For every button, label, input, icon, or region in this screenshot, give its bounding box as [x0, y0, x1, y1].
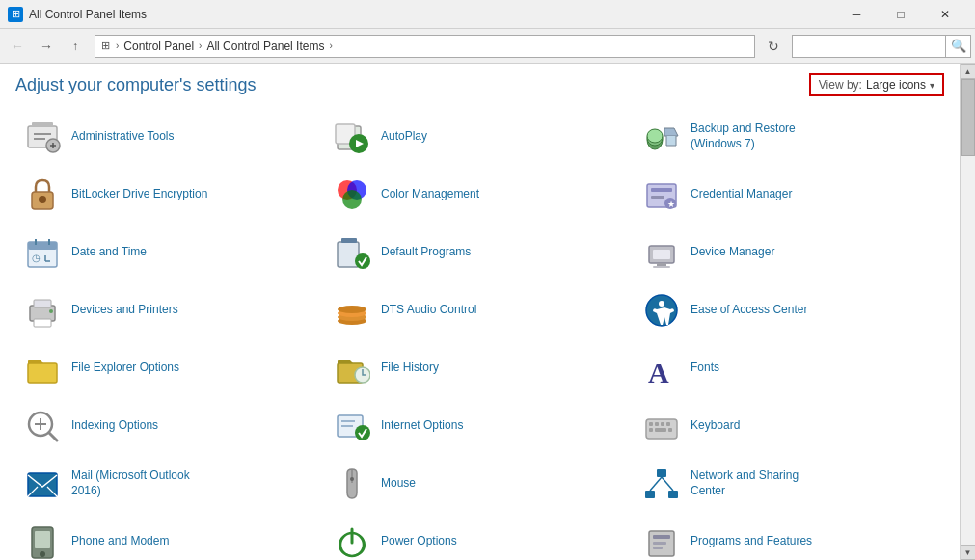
- svg-rect-66: [655, 428, 666, 432]
- item-phone-modem[interactable]: Phone and Modem: [15, 517, 325, 560]
- keyboard-label: Keyboard: [691, 418, 740, 434]
- view-by-control[interactable]: View by: Large icons ▾: [809, 73, 944, 96]
- device-manager-label: Device Manager: [691, 245, 774, 260]
- item-default-programs[interactable]: Default Programs: [325, 227, 635, 278]
- file-explorer-icon: [23, 349, 62, 387]
- svg-point-80: [40, 551, 45, 557]
- svg-rect-75: [668, 491, 678, 498]
- bitlocker-icon: [23, 175, 62, 214]
- svg-rect-40: [34, 319, 51, 327]
- svg-text:◷: ◷: [32, 253, 41, 263]
- dts-audio-label: DTS Audio Control: [381, 303, 476, 318]
- item-fonts[interactable]: A Fonts: [635, 343, 944, 393]
- view-by-arrow: ▾: [930, 80, 934, 91]
- page-title: Adjust your computer's settings: [15, 75, 257, 95]
- file-explorer-label: File Explorer Options: [71, 360, 179, 376]
- svg-rect-39: [34, 300, 51, 307]
- item-file-history[interactable]: File History: [325, 343, 635, 393]
- svg-point-33: [355, 253, 370, 269]
- window-controls: ─ □ ✕: [834, 0, 967, 29]
- svg-rect-25: [28, 242, 57, 250]
- ease-access-icon: [642, 291, 681, 330]
- item-autoplay[interactable]: AutoPlay: [325, 112, 635, 162]
- back-button[interactable]: ←: [4, 33, 31, 60]
- devices-printers-label: Devices and Printers: [71, 303, 178, 318]
- item-network-sharing[interactable]: Network and SharingCenter: [635, 459, 944, 509]
- phone-modem-icon: [23, 522, 62, 560]
- administrative-tools-label: Administrative Tools: [71, 129, 175, 145]
- scroll-down-button[interactable]: ▼: [961, 545, 976, 560]
- item-administrative-tools[interactable]: Administrative Tools: [15, 112, 325, 162]
- mouse-label: Mouse: [381, 476, 416, 492]
- search-button[interactable]: 🔍: [946, 35, 971, 58]
- search-input[interactable]: [792, 35, 946, 58]
- main-panel: Adjust your computer's settings View by:…: [0, 64, 960, 560]
- item-mail[interactable]: Mail (Microsoft Outlook2016): [15, 459, 325, 509]
- date-time-icon: ◷: [23, 233, 62, 272]
- up-button[interactable]: ↑: [62, 33, 89, 60]
- content-area: Adjust your computer's settings View by:…: [0, 64, 975, 560]
- item-dts-audio[interactable]: DTS Audio Control: [325, 285, 635, 335]
- credential-manager-label: Credential Manager: [691, 187, 792, 202]
- item-device-manager[interactable]: Device Manager: [635, 227, 944, 278]
- svg-rect-65: [649, 428, 653, 432]
- svg-point-45: [338, 306, 366, 313]
- item-indexing[interactable]: Indexing Options: [15, 401, 325, 451]
- svg-rect-73: [657, 469, 666, 477]
- item-ease-access[interactable]: Ease of Access Center: [635, 285, 944, 335]
- breadcrumb-control-panel: Control Panel: [123, 40, 194, 53]
- backup-restore-label: Backup and Restore(Windows 7): [691, 121, 796, 151]
- phone-modem-label: Phone and Modem: [71, 534, 169, 549]
- item-date-time[interactable]: ◷ Date and Time: [15, 227, 325, 278]
- svg-rect-20: [651, 188, 672, 192]
- bitlocker-label: BitLocker Drive Encryption: [71, 187, 207, 202]
- close-button[interactable]: ✕: [923, 0, 967, 29]
- item-file-explorer[interactable]: File Explorer Options: [15, 343, 325, 393]
- item-credential-manager[interactable]: ★ Credential Manager: [635, 170, 944, 220]
- svg-point-72: [350, 477, 354, 481]
- item-color-management[interactable]: Color Management: [325, 170, 635, 220]
- default-programs-label: Default Programs: [381, 245, 471, 260]
- ease-access-label: Ease of Access Center: [691, 303, 807, 318]
- view-by-label: View by:: [819, 78, 862, 92]
- forward-button[interactable]: →: [33, 33, 60, 60]
- maximize-button[interactable]: □: [879, 0, 923, 29]
- power-options-icon: [333, 522, 371, 560]
- item-bitlocker[interactable]: BitLocker Drive Encryption: [15, 170, 325, 220]
- svg-point-18: [342, 190, 362, 209]
- svg-rect-32: [341, 238, 357, 243]
- svg-rect-48: [28, 363, 57, 383]
- svg-rect-67: [668, 428, 672, 432]
- fonts-label: Fonts: [691, 360, 719, 376]
- item-keyboard[interactable]: Keyboard: [635, 401, 944, 451]
- internet-options-icon: [333, 407, 371, 445]
- address-bar[interactable]: ⊞ › Control Panel › All Control Panel It…: [95, 35, 755, 58]
- nav-bar: ← → ↑ ⊞ › Control Panel › All Control Pa…: [0, 29, 975, 64]
- scrollbar-thumb[interactable]: [961, 79, 975, 156]
- svg-line-76: [650, 477, 662, 491]
- item-power-options[interactable]: Power Options: [325, 517, 635, 560]
- programs-features-icon: [642, 522, 681, 560]
- item-backup-restore[interactable]: Backup and Restore(Windows 7): [635, 112, 944, 162]
- window-title: All Control Panel Items: [29, 8, 834, 21]
- scrollbar[interactable]: ▲ ▼: [960, 64, 975, 560]
- item-programs-features[interactable]: Programs and Features: [635, 517, 944, 560]
- app-icon: ⊞: [8, 7, 23, 22]
- mail-label: Mail (Microsoft Outlook2016): [71, 468, 190, 498]
- svg-rect-37: [653, 266, 670, 268]
- svg-point-13: [647, 129, 663, 143]
- scroll-up-button[interactable]: ▲: [961, 64, 976, 79]
- item-devices-printers[interactable]: Devices and Printers: [15, 285, 325, 335]
- default-programs-icon: [333, 233, 371, 272]
- item-mouse[interactable]: Mouse: [325, 459, 635, 509]
- svg-rect-1: [32, 122, 53, 126]
- file-history-icon: [333, 349, 371, 387]
- credential-manager-icon: ★: [642, 175, 681, 214]
- refresh-button[interactable]: ↻: [761, 34, 786, 59]
- network-sharing-label: Network and SharingCenter: [691, 468, 799, 498]
- item-internet-options[interactable]: Internet Options: [325, 401, 635, 451]
- autoplay-label: AutoPlay: [381, 129, 427, 145]
- programs-features-label: Programs and Features: [691, 534, 812, 549]
- scrollbar-track-area[interactable]: [961, 79, 975, 545]
- minimize-button[interactable]: ─: [834, 0, 879, 29]
